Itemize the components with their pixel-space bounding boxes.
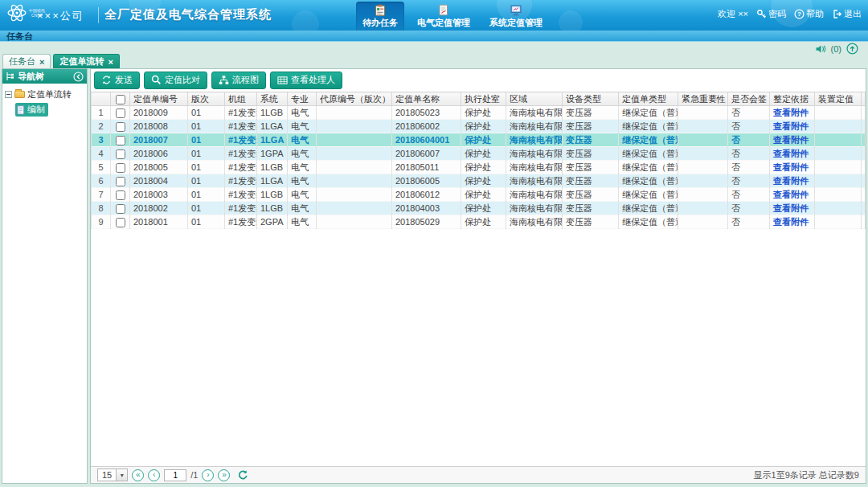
toolbar-button-label: 定值比对 bbox=[165, 74, 200, 86]
filler-cell bbox=[862, 120, 866, 133]
system-title: 全厂定值及电气综合管理系统 bbox=[104, 7, 272, 23]
view-attachment-link[interactable]: 查看附件 bbox=[773, 121, 809, 131]
tree-node-bianzhi[interactable]: 编制 bbox=[15, 103, 48, 117]
cell: 继保定值（普通） bbox=[619, 133, 678, 147]
table-row[interactable]: 5201800501#1发变组1LGB电气201805011保护处海南核电有限公… bbox=[92, 161, 866, 174]
toolbar-button-2[interactable]: 定值比对 bbox=[144, 72, 207, 89]
cell: 2018004 bbox=[130, 174, 188, 188]
row-number: 9 bbox=[92, 215, 111, 229]
view-attachment-link[interactable]: 查看附件 bbox=[773, 190, 809, 199]
help-button[interactable]: ? 帮助 bbox=[794, 8, 824, 20]
cell bbox=[815, 161, 862, 174]
cell: 变压器 bbox=[563, 215, 619, 229]
page-input[interactable] bbox=[164, 469, 186, 481]
row-checkbox[interactable] bbox=[116, 108, 125, 118]
table-row[interactable]: 1201800901#1发变组1LGB电气201805023保护处海南核电有限公… bbox=[92, 106, 866, 120]
cell: 01 bbox=[188, 202, 225, 215]
refresh-button[interactable] bbox=[237, 469, 248, 481]
collapse-node-icon[interactable] bbox=[5, 91, 12, 98]
select-all-checkbox[interactable] bbox=[116, 95, 125, 104]
filler-cell bbox=[862, 106, 866, 120]
view-attachment-link[interactable]: 查看附件 bbox=[773, 135, 809, 145]
collapse-sidebar-button[interactable] bbox=[73, 72, 84, 82]
close-icon[interactable]: × bbox=[108, 57, 113, 67]
table-row[interactable]: 6201800401#1发变组1LGA电气201806005保护处海南核电有限公… bbox=[92, 174, 866, 188]
view-attachment-link[interactable]: 查看附件 bbox=[773, 149, 809, 158]
column-header: 定值单类型 bbox=[619, 92, 678, 106]
breadcrumb-bar: 任务台 bbox=[0, 31, 868, 42]
row-checkbox[interactable] bbox=[116, 177, 125, 186]
row-checkbox[interactable] bbox=[116, 122, 125, 132]
row-checkbox[interactable] bbox=[116, 149, 125, 159]
cell: 201806002 bbox=[392, 120, 461, 133]
cell bbox=[678, 202, 728, 215]
electric-doc-icon bbox=[437, 4, 450, 16]
table-row[interactable]: 2201800801#1发变组1LGA电气201806002保护处海南核电有限公… bbox=[92, 120, 866, 133]
nav-item-1[interactable]: 待办任务 bbox=[356, 2, 404, 31]
cell: 电气 bbox=[288, 161, 317, 174]
cell bbox=[815, 174, 862, 188]
cell bbox=[317, 202, 392, 215]
cell: #1发变组 bbox=[225, 147, 257, 161]
nav-tree: 定值单流转 编制 bbox=[2, 84, 87, 121]
table-row[interactable]: 9201800101#1发变组2GPA电气201805029保护处海南核电有限公… bbox=[92, 215, 866, 229]
view-attachment-link[interactable]: 查看附件 bbox=[773, 203, 809, 213]
row-checkbox[interactable] bbox=[116, 163, 125, 173]
cell: 2018006 bbox=[130, 147, 188, 161]
atom-logo-icon bbox=[6, 2, 27, 23]
tree-node-child: 编制 bbox=[15, 103, 84, 117]
cell bbox=[815, 215, 862, 229]
cell: 继保定值（普通） bbox=[619, 174, 678, 188]
cell: 1LGA bbox=[257, 174, 288, 188]
table-row[interactable]: 3201800701#1发变组1LGA电气20180604001保护处海南核电有… bbox=[92, 133, 866, 147]
view-attachment-link[interactable]: 查看附件 bbox=[773, 217, 809, 227]
cell: 201805023 bbox=[392, 106, 461, 120]
filler-cell bbox=[862, 188, 866, 202]
row-checkbox[interactable] bbox=[116, 218, 125, 227]
tab-2[interactable]: 定值单流转× bbox=[53, 54, 119, 68]
sound-icon[interactable] bbox=[815, 44, 826, 54]
tree-node-root[interactable]: 定值单流转 bbox=[5, 88, 84, 100]
row-checkbox[interactable] bbox=[116, 190, 125, 200]
logout-button[interactable]: 退出 bbox=[832, 8, 862, 20]
row-number: 1 bbox=[92, 106, 111, 120]
cell: #1发变组 bbox=[225, 161, 257, 174]
page-size-select[interactable]: 15 ▾ bbox=[97, 469, 128, 481]
table-row[interactable]: 8201800201#1发变组1LGB电气201804003保护处海南核电有限公… bbox=[92, 202, 866, 215]
row-number: 6 bbox=[92, 174, 111, 188]
flowchart-icon bbox=[219, 75, 229, 85]
toolbar-button-4[interactable]: 查看处理人 bbox=[270, 72, 342, 89]
close-icon[interactable]: × bbox=[39, 57, 44, 67]
filler-cell bbox=[862, 202, 866, 215]
nav-item-2[interactable]: 电气定值管理 bbox=[411, 2, 477, 31]
row-checkbox[interactable] bbox=[116, 204, 125, 214]
password-button[interactable]: 密码 bbox=[756, 8, 786, 20]
cell: #1发变组 bbox=[225, 188, 257, 202]
main-nav: 待办任务电气定值管理系统定值管理 bbox=[356, 0, 549, 31]
last-page-button[interactable]: » bbox=[218, 469, 230, 481]
toolbar-button-1[interactable]: 发送 bbox=[94, 72, 140, 89]
nav-item-label: 待办任务 bbox=[362, 17, 398, 29]
next-page-button[interactable]: › bbox=[202, 469, 214, 481]
scroll-top-button[interactable] bbox=[846, 43, 858, 55]
nav-item-3[interactable]: 系统定值管理 bbox=[483, 2, 549, 31]
table-row[interactable]: 7201800301#1发变组1LGB电气201806012保护处海南核电有限公… bbox=[92, 188, 866, 202]
first-page-button[interactable]: « bbox=[132, 469, 144, 481]
view-attachment-link[interactable]: 查看附件 bbox=[773, 176, 809, 186]
cell: 01 bbox=[188, 161, 225, 174]
cell: 1GPA bbox=[257, 147, 288, 161]
toolbar-button-3[interactable]: 流程图 bbox=[211, 72, 266, 89]
row-number: 2 bbox=[92, 120, 111, 133]
view-attachment-link[interactable]: 查看附件 bbox=[773, 108, 809, 117]
cell: 保护处 bbox=[461, 215, 506, 229]
tab-label: 任务台 bbox=[9, 55, 35, 68]
logout-icon bbox=[832, 9, 842, 19]
system-settings-icon bbox=[510, 4, 522, 16]
tab-1[interactable]: 任务台× bbox=[2, 54, 51, 68]
cell: 电气 bbox=[288, 202, 317, 215]
cell: 保护处 bbox=[461, 161, 506, 174]
table-row[interactable]: 4201800601#1发变组1GPA电气201806007保护处海南核电有限公… bbox=[92, 147, 866, 161]
row-checkbox[interactable] bbox=[116, 136, 125, 145]
prev-page-button[interactable]: ‹ bbox=[148, 469, 160, 481]
view-attachment-link[interactable]: 查看附件 bbox=[773, 162, 809, 172]
